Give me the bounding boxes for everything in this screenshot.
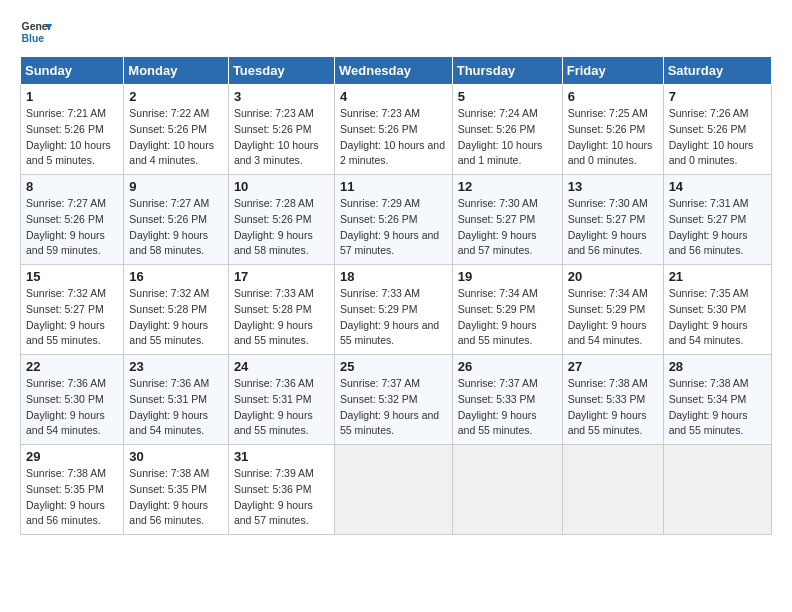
day-number: 2 [129,89,223,104]
calendar-cell: 15Sunrise: 7:32 AMSunset: 5:27 PMDayligh… [21,265,124,355]
calendar-week-row: 29Sunrise: 7:38 AMSunset: 5:35 PMDayligh… [21,445,772,535]
day-info: Sunrise: 7:34 AMSunset: 5:29 PMDaylight:… [568,287,648,346]
day-number: 19 [458,269,557,284]
day-info: Sunrise: 7:27 AMSunset: 5:26 PMDaylight:… [129,197,209,256]
calendar-cell: 12Sunrise: 7:30 AMSunset: 5:27 PMDayligh… [452,175,562,265]
calendar-cell: 28Sunrise: 7:38 AMSunset: 5:34 PMDayligh… [663,355,771,445]
header-friday: Friday [562,57,663,85]
calendar-cell: 2Sunrise: 7:22 AMSunset: 5:26 PMDaylight… [124,85,229,175]
day-number: 5 [458,89,557,104]
calendar-cell: 8Sunrise: 7:27 AMSunset: 5:26 PMDaylight… [21,175,124,265]
calendar-cell: 18Sunrise: 7:33 AMSunset: 5:29 PMDayligh… [334,265,452,355]
calendar-cell: 19Sunrise: 7:34 AMSunset: 5:29 PMDayligh… [452,265,562,355]
day-number: 17 [234,269,329,284]
day-info: Sunrise: 7:38 AMSunset: 5:34 PMDaylight:… [669,377,749,436]
day-info: Sunrise: 7:33 AMSunset: 5:29 PMDaylight:… [340,287,439,346]
calendar-cell: 30Sunrise: 7:38 AMSunset: 5:35 PMDayligh… [124,445,229,535]
day-number: 31 [234,449,329,464]
calendar-cell [452,445,562,535]
day-info: Sunrise: 7:35 AMSunset: 5:30 PMDaylight:… [669,287,749,346]
day-number: 25 [340,359,447,374]
svg-text:Blue: Blue [22,33,45,44]
header-wednesday: Wednesday [334,57,452,85]
day-info: Sunrise: 7:36 AMSunset: 5:30 PMDaylight:… [26,377,106,436]
day-info: Sunrise: 7:30 AMSunset: 5:27 PMDaylight:… [568,197,648,256]
calendar-cell: 20Sunrise: 7:34 AMSunset: 5:29 PMDayligh… [562,265,663,355]
calendar-table: SundayMondayTuesdayWednesdayThursdayFrid… [20,56,772,535]
header-sunday: Sunday [21,57,124,85]
calendar-cell: 24Sunrise: 7:36 AMSunset: 5:31 PMDayligh… [228,355,334,445]
day-info: Sunrise: 7:36 AMSunset: 5:31 PMDaylight:… [234,377,314,436]
day-number: 27 [568,359,658,374]
calendar-week-row: 22Sunrise: 7:36 AMSunset: 5:30 PMDayligh… [21,355,772,445]
day-number: 28 [669,359,766,374]
day-info: Sunrise: 7:38 AMSunset: 5:35 PMDaylight:… [129,467,209,526]
calendar-cell: 14Sunrise: 7:31 AMSunset: 5:27 PMDayligh… [663,175,771,265]
day-info: Sunrise: 7:37 AMSunset: 5:32 PMDaylight:… [340,377,439,436]
day-number: 10 [234,179,329,194]
day-info: Sunrise: 7:32 AMSunset: 5:28 PMDaylight:… [129,287,209,346]
day-info: Sunrise: 7:26 AMSunset: 5:26 PMDaylight:… [669,107,754,166]
day-number: 26 [458,359,557,374]
header-thursday: Thursday [452,57,562,85]
calendar-cell [663,445,771,535]
day-info: Sunrise: 7:22 AMSunset: 5:26 PMDaylight:… [129,107,214,166]
calendar-cell: 22Sunrise: 7:36 AMSunset: 5:30 PMDayligh… [21,355,124,445]
calendar-cell: 27Sunrise: 7:38 AMSunset: 5:33 PMDayligh… [562,355,663,445]
day-info: Sunrise: 7:39 AMSunset: 5:36 PMDaylight:… [234,467,314,526]
calendar-cell: 31Sunrise: 7:39 AMSunset: 5:36 PMDayligh… [228,445,334,535]
day-number: 16 [129,269,223,284]
day-info: Sunrise: 7:31 AMSunset: 5:27 PMDaylight:… [669,197,749,256]
header-tuesday: Tuesday [228,57,334,85]
day-number: 8 [26,179,118,194]
calendar-cell: 25Sunrise: 7:37 AMSunset: 5:32 PMDayligh… [334,355,452,445]
calendar-cell: 7Sunrise: 7:26 AMSunset: 5:26 PMDaylight… [663,85,771,175]
day-info: Sunrise: 7:36 AMSunset: 5:31 PMDaylight:… [129,377,209,436]
day-number: 3 [234,89,329,104]
day-info: Sunrise: 7:30 AMSunset: 5:27 PMDaylight:… [458,197,538,256]
day-number: 4 [340,89,447,104]
day-info: Sunrise: 7:29 AMSunset: 5:26 PMDaylight:… [340,197,439,256]
day-info: Sunrise: 7:38 AMSunset: 5:35 PMDaylight:… [26,467,106,526]
day-info: Sunrise: 7:21 AMSunset: 5:26 PMDaylight:… [26,107,111,166]
day-number: 7 [669,89,766,104]
day-info: Sunrise: 7:25 AMSunset: 5:26 PMDaylight:… [568,107,653,166]
calendar-cell: 16Sunrise: 7:32 AMSunset: 5:28 PMDayligh… [124,265,229,355]
page-header: General Blue [20,16,772,48]
calendar-cell: 5Sunrise: 7:24 AMSunset: 5:26 PMDaylight… [452,85,562,175]
day-info: Sunrise: 7:37 AMSunset: 5:33 PMDaylight:… [458,377,538,436]
calendar-cell: 1Sunrise: 7:21 AMSunset: 5:26 PMDaylight… [21,85,124,175]
day-number: 24 [234,359,329,374]
day-number: 13 [568,179,658,194]
calendar-cell: 17Sunrise: 7:33 AMSunset: 5:28 PMDayligh… [228,265,334,355]
header-saturday: Saturday [663,57,771,85]
day-number: 22 [26,359,118,374]
calendar-cell: 29Sunrise: 7:38 AMSunset: 5:35 PMDayligh… [21,445,124,535]
calendar-cell: 23Sunrise: 7:36 AMSunset: 5:31 PMDayligh… [124,355,229,445]
day-info: Sunrise: 7:23 AMSunset: 5:26 PMDaylight:… [340,107,445,166]
calendar-cell: 6Sunrise: 7:25 AMSunset: 5:26 PMDaylight… [562,85,663,175]
day-number: 18 [340,269,447,284]
day-number: 29 [26,449,118,464]
day-info: Sunrise: 7:27 AMSunset: 5:26 PMDaylight:… [26,197,106,256]
day-number: 9 [129,179,223,194]
calendar-header-row: SundayMondayTuesdayWednesdayThursdayFrid… [21,57,772,85]
calendar-cell: 10Sunrise: 7:28 AMSunset: 5:26 PMDayligh… [228,175,334,265]
day-number: 15 [26,269,118,284]
header-monday: Monday [124,57,229,85]
day-number: 11 [340,179,447,194]
calendar-week-row: 1Sunrise: 7:21 AMSunset: 5:26 PMDaylight… [21,85,772,175]
day-info: Sunrise: 7:38 AMSunset: 5:33 PMDaylight:… [568,377,648,436]
day-number: 20 [568,269,658,284]
calendar-cell [334,445,452,535]
calendar-cell: 26Sunrise: 7:37 AMSunset: 5:33 PMDayligh… [452,355,562,445]
day-info: Sunrise: 7:34 AMSunset: 5:29 PMDaylight:… [458,287,538,346]
calendar-cell: 13Sunrise: 7:30 AMSunset: 5:27 PMDayligh… [562,175,663,265]
day-info: Sunrise: 7:33 AMSunset: 5:28 PMDaylight:… [234,287,314,346]
calendar-cell: 4Sunrise: 7:23 AMSunset: 5:26 PMDaylight… [334,85,452,175]
calendar-cell [562,445,663,535]
day-info: Sunrise: 7:32 AMSunset: 5:27 PMDaylight:… [26,287,106,346]
day-number: 6 [568,89,658,104]
day-info: Sunrise: 7:24 AMSunset: 5:26 PMDaylight:… [458,107,543,166]
day-number: 1 [26,89,118,104]
